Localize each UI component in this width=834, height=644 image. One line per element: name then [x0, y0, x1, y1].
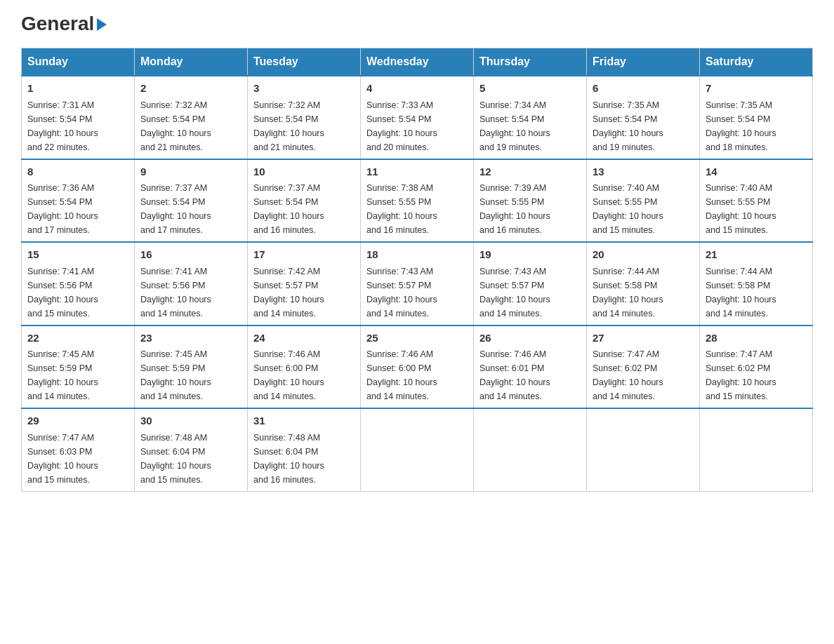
day-number: 10	[253, 164, 355, 180]
day-info: Sunrise: 7:31 AMSunset: 5:54 PMDaylight:…	[27, 100, 98, 152]
calendar-cell: 20 Sunrise: 7:44 AMSunset: 5:58 PMDaylig…	[587, 242, 700, 326]
calendar-cell: 1 Sunrise: 7:31 AMSunset: 5:54 PMDayligh…	[22, 76, 135, 159]
header-monday: Monday	[135, 48, 248, 76]
day-number: 1	[27, 81, 128, 97]
day-number: 4	[366, 81, 468, 97]
day-number: 27	[593, 330, 694, 347]
day-info: Sunrise: 7:32 AMSunset: 5:54 PMDaylight:…	[140, 100, 211, 152]
calendar-cell: 15 Sunrise: 7:41 AMSunset: 5:56 PMDaylig…	[22, 242, 135, 326]
day-info: Sunrise: 7:43 AMSunset: 5:57 PMDaylight:…	[479, 267, 550, 318]
day-info: Sunrise: 7:47 AMSunset: 6:02 PMDaylight:…	[593, 349, 663, 401]
calendar-cell: 24 Sunrise: 7:46 AMSunset: 6:00 PMDaylig…	[248, 326, 361, 409]
calendar-week-row: 22 Sunrise: 7:45 AMSunset: 5:59 PMDaylig…	[22, 326, 813, 409]
day-info: Sunrise: 7:44 AMSunset: 5:58 PMDaylight:…	[706, 267, 776, 318]
day-info: Sunrise: 7:46 AMSunset: 6:01 PMDaylight:…	[479, 349, 550, 401]
day-info: Sunrise: 7:47 AMSunset: 6:02 PMDaylight:…	[706, 349, 776, 401]
day-number: 16	[140, 247, 241, 263]
day-info: Sunrise: 7:42 AMSunset: 5:57 PMDaylight:…	[253, 267, 324, 318]
logo: General	[21, 14, 107, 34]
calendar-cell: 14 Sunrise: 7:40 AMSunset: 5:55 PMDaylig…	[700, 159, 813, 243]
day-info: Sunrise: 7:45 AMSunset: 5:59 PMDaylight:…	[140, 349, 211, 401]
day-number: 2	[140, 81, 241, 97]
day-number: 13	[593, 164, 694, 180]
calendar-cell	[700, 408, 813, 491]
day-info: Sunrise: 7:48 AMSunset: 6:04 PMDaylight:…	[140, 433, 211, 485]
day-info: Sunrise: 7:41 AMSunset: 5:56 PMDaylight:…	[27, 267, 98, 318]
calendar-cell: 16 Sunrise: 7:41 AMSunset: 5:56 PMDaylig…	[135, 242, 248, 326]
day-number: 9	[140, 164, 241, 180]
day-number: 14	[706, 164, 807, 180]
day-info: Sunrise: 7:46 AMSunset: 6:00 PMDaylight:…	[366, 349, 437, 401]
calendar-cell: 3 Sunrise: 7:32 AMSunset: 5:54 PMDayligh…	[248, 76, 361, 159]
header-saturday: Saturday	[700, 48, 813, 76]
day-number: 23	[140, 330, 241, 347]
day-info: Sunrise: 7:43 AMSunset: 5:57 PMDaylight:…	[366, 267, 437, 318]
calendar-cell: 13 Sunrise: 7:40 AMSunset: 5:55 PMDaylig…	[587, 159, 700, 243]
day-info: Sunrise: 7:38 AMSunset: 5:55 PMDaylight:…	[366, 183, 437, 235]
calendar-week-row: 1 Sunrise: 7:31 AMSunset: 5:54 PMDayligh…	[22, 76, 813, 159]
day-number: 20	[593, 247, 694, 263]
calendar-cell: 26 Sunrise: 7:46 AMSunset: 6:01 PMDaylig…	[474, 326, 587, 409]
calendar-cell: 19 Sunrise: 7:43 AMSunset: 5:57 PMDaylig…	[474, 242, 587, 326]
day-number: 3	[253, 81, 355, 97]
day-number: 24	[253, 330, 355, 347]
calendar-cell: 27 Sunrise: 7:47 AMSunset: 6:02 PMDaylig…	[587, 326, 700, 409]
header-wednesday: Wednesday	[361, 48, 474, 76]
calendar-cell: 11 Sunrise: 7:38 AMSunset: 5:55 PMDaylig…	[361, 159, 474, 243]
day-number: 28	[706, 330, 807, 347]
calendar-cell: 21 Sunrise: 7:44 AMSunset: 5:58 PMDaylig…	[700, 242, 813, 326]
page-header: General	[21, 14, 813, 34]
day-info: Sunrise: 7:45 AMSunset: 5:59 PMDaylight:…	[27, 349, 98, 401]
calendar-cell: 7 Sunrise: 7:35 AMSunset: 5:54 PMDayligh…	[700, 76, 813, 159]
day-info: Sunrise: 7:41 AMSunset: 5:56 PMDaylight:…	[140, 267, 211, 318]
day-number: 30	[140, 413, 241, 429]
day-info: Sunrise: 7:46 AMSunset: 6:00 PMDaylight:…	[253, 349, 324, 401]
calendar-week-row: 29 Sunrise: 7:47 AMSunset: 6:03 PMDaylig…	[22, 408, 813, 491]
day-info: Sunrise: 7:39 AMSunset: 5:55 PMDaylight:…	[479, 183, 550, 235]
calendar-cell: 17 Sunrise: 7:42 AMSunset: 5:57 PMDaylig…	[248, 242, 361, 326]
calendar-cell: 5 Sunrise: 7:34 AMSunset: 5:54 PMDayligh…	[474, 76, 587, 159]
header-thursday: Thursday	[474, 48, 587, 76]
logo-text: General	[21, 14, 107, 34]
day-number: 11	[366, 164, 468, 180]
day-number: 21	[706, 247, 807, 263]
calendar-header-row: SundayMondayTuesdayWednesdayThursdayFrid…	[22, 48, 813, 76]
calendar-cell: 9 Sunrise: 7:37 AMSunset: 5:54 PMDayligh…	[135, 159, 248, 243]
calendar-cell: 12 Sunrise: 7:39 AMSunset: 5:55 PMDaylig…	[474, 159, 587, 243]
calendar-cell: 4 Sunrise: 7:33 AMSunset: 5:54 PMDayligh…	[361, 76, 474, 159]
calendar-week-row: 15 Sunrise: 7:41 AMSunset: 5:56 PMDaylig…	[22, 242, 813, 326]
calendar-cell: 29 Sunrise: 7:47 AMSunset: 6:03 PMDaylig…	[22, 408, 135, 491]
day-number: 5	[479, 81, 581, 97]
day-number: 15	[27, 247, 128, 263]
calendar-cell: 23 Sunrise: 7:45 AMSunset: 5:59 PMDaylig…	[135, 326, 248, 409]
day-number: 7	[706, 81, 807, 97]
day-info: Sunrise: 7:35 AMSunset: 5:54 PMDaylight:…	[593, 100, 663, 152]
day-number: 22	[27, 330, 128, 347]
day-info: Sunrise: 7:32 AMSunset: 5:54 PMDaylight:…	[253, 100, 324, 152]
day-info: Sunrise: 7:35 AMSunset: 5:54 PMDaylight:…	[706, 100, 776, 152]
day-number: 12	[479, 164, 581, 180]
header-friday: Friday	[587, 48, 700, 76]
day-info: Sunrise: 7:47 AMSunset: 6:03 PMDaylight:…	[27, 433, 98, 485]
day-number: 29	[27, 413, 128, 429]
calendar-table: SundayMondayTuesdayWednesdayThursdayFrid…	[21, 48, 813, 492]
calendar-cell	[361, 408, 474, 491]
calendar-cell: 28 Sunrise: 7:47 AMSunset: 6:02 PMDaylig…	[700, 326, 813, 409]
day-info: Sunrise: 7:44 AMSunset: 5:58 PMDaylight:…	[593, 267, 663, 318]
day-info: Sunrise: 7:40 AMSunset: 5:55 PMDaylight:…	[706, 183, 776, 235]
calendar-cell: 6 Sunrise: 7:35 AMSunset: 5:54 PMDayligh…	[587, 76, 700, 159]
calendar-cell: 31 Sunrise: 7:48 AMSunset: 6:04 PMDaylig…	[248, 408, 361, 491]
day-info: Sunrise: 7:37 AMSunset: 5:54 PMDaylight:…	[253, 183, 324, 235]
calendar-cell: 22 Sunrise: 7:45 AMSunset: 5:59 PMDaylig…	[22, 326, 135, 409]
calendar-cell: 10 Sunrise: 7:37 AMSunset: 5:54 PMDaylig…	[248, 159, 361, 243]
day-number: 8	[27, 164, 128, 180]
day-number: 25	[366, 330, 468, 347]
day-info: Sunrise: 7:36 AMSunset: 5:54 PMDaylight:…	[27, 183, 98, 235]
calendar-cell: 30 Sunrise: 7:48 AMSunset: 6:04 PMDaylig…	[135, 408, 248, 491]
calendar-cell	[587, 408, 700, 491]
day-number: 6	[593, 81, 694, 97]
day-info: Sunrise: 7:40 AMSunset: 5:55 PMDaylight:…	[593, 183, 663, 235]
calendar-week-row: 8 Sunrise: 7:36 AMSunset: 5:54 PMDayligh…	[22, 159, 813, 243]
day-info: Sunrise: 7:48 AMSunset: 6:04 PMDaylight:…	[253, 433, 324, 485]
day-number: 17	[253, 247, 355, 263]
